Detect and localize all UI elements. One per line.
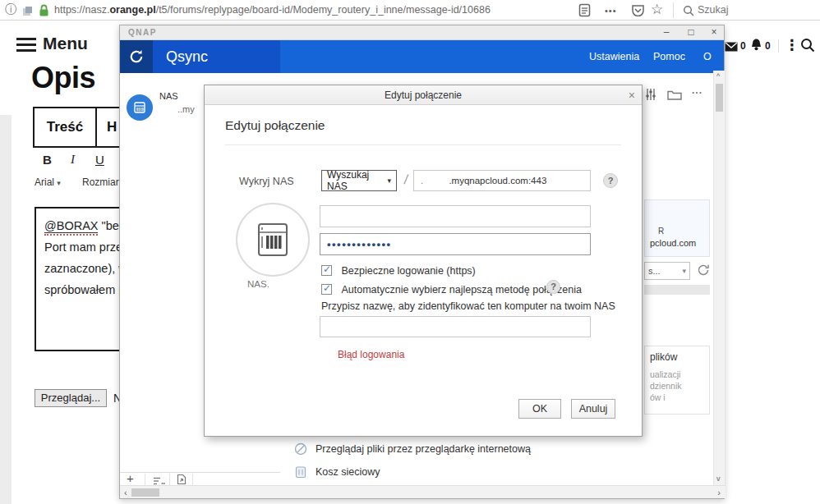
editor-line-rest: "be — [98, 219, 118, 232]
checkbox-auto[interactable]: ✓ Automatycznie wybierz najlepszą metodę… — [321, 282, 582, 296]
network-trash-icon — [295, 465, 306, 482]
url-text[interactable]: https://nasz.orange.pl/t5/forums/replypa… — [54, 4, 491, 16]
hscroll-thumb[interactable] — [131, 488, 159, 497]
sync-icon[interactable] — [120, 40, 153, 73]
mention-link[interactable]: @BORAX — [44, 219, 98, 233]
menu-ustawienia[interactable]: Ustawienia — [589, 40, 639, 73]
tab-tresc[interactable]: Treść — [33, 107, 97, 148]
bell-icon[interactable] — [749, 38, 763, 55]
qnap-titlebar[interactable]: QNAP – □ × — [120, 25, 724, 40]
toolbar-separator — [169, 474, 170, 485]
scroll-left-icon[interactable]: ‹ — [124, 488, 127, 497]
nas-item-subtitle: ..my — [177, 104, 195, 114]
panel-line: dziennik — [650, 381, 682, 391]
folder-icon[interactable] — [667, 89, 682, 103]
cancel-button[interactable]: Anuluj — [571, 399, 615, 419]
kebab-menu-icon[interactable]: ⋮ — [785, 36, 799, 54]
scroll-right-icon[interactable]: › — [717, 488, 721, 497]
menu-label[interactable]: Menu — [43, 34, 88, 53]
behind-dropdown[interactable]: s... ▾ — [644, 262, 690, 280]
site-info-icon[interactable]: ⓘ — [5, 2, 16, 17]
pocket-icon[interactable] — [631, 4, 645, 20]
qnap-logo: QNAP — [128, 28, 157, 37]
help-icon[interactable]: ? — [603, 173, 618, 188]
card-domain: pcloud.com — [650, 238, 696, 248]
maximize-button[interactable]: □ — [684, 26, 698, 38]
behind-dropdown-value: s... — [648, 266, 661, 276]
more-icon[interactable]: ... — [692, 85, 703, 96]
dialog-divider — [225, 144, 621, 145]
password-field[interactable]: ••••••••••••• — [320, 233, 591, 255]
menu-o[interactable]: O — [703, 40, 712, 73]
bookmark-star-icon[interactable]: ☆ — [651, 1, 663, 18]
close-button[interactable]: × — [707, 26, 721, 38]
assign-name-label: Przypisz nazwę, aby zidentyfikować ten k… — [321, 300, 615, 312]
lock-icon[interactable] — [39, 4, 49, 20]
messages-count: 0 — [740, 40, 746, 52]
nas-caption: NAS. — [247, 279, 269, 289]
list-item-label: Kosz sieciowy — [316, 466, 380, 478]
menu-pomoc[interactable]: Pomoc — [653, 40, 685, 73]
alerts-count: 0 — [765, 40, 771, 52]
host-value: .myqnapcloud.com:443 — [426, 176, 546, 186]
browser-urlbar: ⓘ https://nasz.orange.pl/t5/forums/reply… — [0, 0, 820, 21]
toolbar-separator — [145, 474, 145, 485]
scroll-up-icon[interactable]: ^ — [716, 72, 720, 80]
minimize-button[interactable]: – — [659, 26, 674, 38]
host-fragment: . — [414, 176, 423, 186]
ok-button[interactable]: OK — [518, 399, 561, 419]
caret-down-icon: ▾ — [682, 267, 686, 275]
search-nas-dropdown[interactable]: Wyszukaj NAS ▾ — [321, 170, 397, 191]
search-nas-dropdown-value: Wyszukaj NAS — [327, 169, 387, 192]
page-margin — [0, 115, 12, 504]
host-field[interactable]: . .myqnapcloud.com:443 — [413, 170, 591, 191]
filters-icon[interactable] — [644, 88, 657, 104]
underline-button[interactable]: U — [95, 153, 104, 167]
dialog-title: Edytuj połączenie — [385, 89, 462, 101]
qsync-header: Qsync Ustawienia Pomoc O — [120, 40, 724, 73]
checkbox-https[interactable]: ✓ Bezpieczne logowanie (https) — [321, 263, 476, 277]
bold-button[interactable]: B — [43, 153, 52, 167]
behind-bar — [644, 285, 710, 295]
vscroll-thumb[interactable] — [716, 84, 723, 112]
search-input[interactable] — [698, 2, 813, 18]
connection-card: R pcloud.com — [644, 199, 710, 257]
username-field[interactable] — [320, 205, 591, 227]
nas-illustration-icon — [236, 203, 310, 277]
help-icon[interactable]: ? — [546, 280, 560, 294]
login-error-text: Błąd logowania — [338, 349, 404, 360]
size-select[interactable]: Rozmiar — [82, 176, 119, 188]
reader-view-icon[interactable] — [578, 3, 591, 21]
browse-button[interactable]: Przeglądaj... — [35, 389, 107, 407]
header-search-icon[interactable] — [800, 38, 815, 56]
assign-name-field[interactable] — [320, 316, 591, 337]
dialog-titlebar[interactable]: Edytuj połączenie × — [205, 85, 642, 105]
checkbox-https-label: Bezpieczne logowanie (https) — [341, 265, 475, 277]
nas-item-title: NAS — [159, 91, 178, 101]
page-action-icon[interactable] — [22, 5, 33, 20]
screen: ⓘ https://nasz.orange.pl/t5/forums/reply… — [0, 0, 820, 504]
sidebar-toolbar: + — [120, 472, 280, 485]
scroll-down-icon[interactable]: v — [716, 474, 721, 483]
url-prefix: https://nasz. — [54, 4, 109, 16]
card-fragment: R — [658, 227, 664, 236]
horizontal-scrollbar[interactable]: ‹ › — [120, 485, 726, 498]
add-connection-button[interactable]: + — [127, 471, 134, 485]
checkbox-checked-icon: ✓ — [321, 265, 332, 276]
dialog-close-icon[interactable]: × — [629, 85, 635, 105]
search-icon — [683, 5, 694, 20]
panel-line: ów i — [650, 392, 666, 402]
caret-down-icon: ▾ — [57, 179, 61, 187]
vertical-scrollbar[interactable]: ^ v — [713, 71, 725, 485]
page-actions-more-icon[interactable]: ••• — [605, 6, 617, 16]
detect-nas-label: Wykryj NAS — [239, 176, 294, 187]
messages-icon[interactable] — [725, 40, 738, 55]
font-select[interactable]: Arial ▾ — [35, 176, 61, 188]
italic-button[interactable]: I — [71, 153, 75, 167]
slash-separator: / — [403, 172, 409, 187]
info-panel: plików ualizacji dziennik ów i — [644, 346, 710, 415]
url-domain: orange.pl — [109, 4, 155, 16]
refresh-icon[interactable] — [697, 263, 710, 280]
hamburger-menu-icon[interactable] — [16, 38, 36, 52]
edit-connection-dialog: Edytuj połączenie × Edytuj połączenie Wy… — [204, 85, 643, 437]
